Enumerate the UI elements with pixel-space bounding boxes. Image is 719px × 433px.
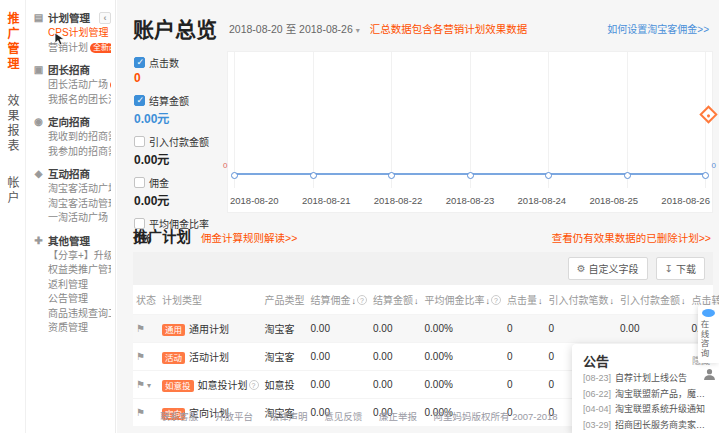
sidebar-item-marketing-plan[interactable]: 营销计划全新改版 [33, 41, 111, 56]
col-status[interactable]: 状态 [133, 285, 159, 315]
checkbox-checked-icon[interactable] [134, 95, 145, 106]
sidebar-item-cps-plan[interactable]: CPS计划管理 [33, 26, 111, 41]
col-intro-amount[interactable]: 引入付款金额 [617, 285, 689, 315]
info-icon[interactable] [249, 380, 259, 390]
rail-item-reports[interactable]: 效果报表 [4, 94, 21, 154]
rail-item-promotion[interactable]: 推广管理 [4, 12, 21, 72]
col-intro-orders[interactable]: 引入付款笔数 [546, 285, 618, 315]
sidebar-group-title-interactive[interactable]: 互动招商 [33, 166, 111, 182]
sidebar-item-joined-requests[interactable]: 我参加的招商需求 [33, 145, 111, 160]
sidebar-item-notice-mgmt[interactable]: 公告管理 [33, 292, 111, 307]
chart-x-axis: 2018-08-20 2018-08-21 2018-08-22 2018-08… [230, 195, 710, 206]
sidebar-item-taoke-plaza[interactable]: 淘宝客活动广场 [33, 182, 111, 197]
sidebar-item-leader-plaza[interactable]: 团长活动广场新玩法 [33, 78, 111, 93]
sidebar-item-label: 一淘活动广场 [48, 211, 108, 226]
sidebar-item-qualification-mgmt[interactable]: 资质管理 [33, 321, 111, 336]
metric-value: 0.00元 [134, 191, 227, 208]
product-type: 如意投 [262, 371, 308, 399]
sort-down-icon[interactable] [537, 295, 543, 306]
metric-intro-payment: 引入付款金额 0.00元 [134, 134, 227, 167]
plan-name: 活动计划 [189, 352, 229, 363]
sort-down-icon[interactable] [680, 295, 686, 306]
trend-chart: 0 0 2018-08-20 2018-08-21 2018-08-22 201… [227, 51, 713, 213]
info-icon[interactable] [357, 295, 367, 305]
notice-text: 自荐计划上线公告 [615, 372, 687, 386]
deleted-plans-link[interactable]: 查看仍有效果数据的已删除计划>> [552, 230, 711, 245]
sidebar-item-received-requests[interactable]: 我收到的招商需求 [33, 130, 111, 145]
sidebar-group-title-leader[interactable]: 团长招商 [33, 62, 111, 78]
checkbox-icon[interactable] [134, 136, 145, 147]
sidebar-group-title-plan[interactable]: 计划管理 ‹ [33, 10, 111, 26]
info-icon[interactable] [491, 295, 501, 305]
metric-checkbox-row[interactable]: 佣金 [134, 175, 227, 190]
notice-item[interactable]: [03-29]招商团长服务商卖家设置教程 [583, 419, 710, 433]
commission-help-link[interactable]: 如何设置淘宝客佣金>> [607, 21, 709, 36]
sidebar-item-my-leader-activities[interactable]: 我报名的团长活动 [33, 93, 111, 108]
table-header-row: 状态 计划类型 产品类型 结算佣金 结算金额 平均佣金比率 点击量 引入付款笔数… [133, 285, 719, 315]
metric-checkbox-row[interactable]: 结算金额 [134, 93, 227, 108]
footer-link-report[interactable]: 廉正举报 [379, 411, 417, 422]
x-tick: 2018-08-23 [446, 195, 495, 206]
metric-checkbox-row[interactable]: 点击数 [134, 55, 227, 70]
chevron-down-icon[interactable]: ▾ [147, 381, 151, 390]
metric-checkbox-row[interactable]: 引入付款金额 [134, 134, 227, 149]
notice-popup: 公告 隐藏 [08-23]自荐计划上线公告 [06-22]淘宝联盟新产品，魔力投… [572, 344, 719, 433]
sort-down-icon[interactable] [351, 295, 357, 306]
sidebar-group-title-other[interactable]: 其他管理 [33, 233, 111, 249]
plan-status-icon[interactable]: ⚑ [136, 323, 145, 334]
col-avg-rate[interactable]: 平均佣金比率 [422, 285, 505, 315]
notice-item[interactable]: [06-22]淘宝联盟新产品，魔力投上线啦… [583, 388, 710, 402]
sidebar-item-label: 权益类推广管理 [48, 263, 111, 278]
x-tick: 2018-08-21 [302, 195, 351, 206]
notice-item[interactable]: [08-23]自荐计划上线公告 [583, 372, 710, 386]
sidebar-item-rebate-mgmt[interactable]: 返利管理 [33, 278, 111, 293]
sidebar-group-title-targeting[interactable]: 定向招商 [33, 114, 111, 130]
footer-link-feedback[interactable]: 意见反馈 [324, 411, 362, 422]
gear-icon [577, 263, 586, 274]
primary-nav-rail: 推广管理 效果报表 帐户 [0, 0, 26, 433]
footer-link-contact[interactable]: 联系客服 [160, 411, 198, 422]
plan-status-icon[interactable]: ⚑ [136, 351, 145, 362]
sidebar-item-rights-promo[interactable]: 权益类推广管理 [33, 263, 111, 278]
checkbox-icon[interactable] [134, 218, 145, 229]
sort-down-icon[interactable] [413, 295, 419, 306]
summary-note: 汇总数据包含各营销计划效果数据 [370, 21, 528, 36]
checkbox-icon[interactable] [134, 177, 145, 188]
sort-down-icon[interactable] [609, 295, 615, 306]
col-settle-amount[interactable]: 结算金额 [370, 285, 422, 315]
col-settle-commission[interactable]: 结算佣金 [308, 285, 371, 315]
sidebar-item-taoke-activity-mgmt[interactable]: 淘宝客活动管理 [33, 197, 111, 212]
sidebar-collapse-button[interactable]: ‹ [99, 12, 111, 24]
app-window: 推广管理 效果报表 帐户 计划管理 ‹ CPS计划管理 营销计划全新改版 团长招… [0, 0, 719, 433]
date-range-picker[interactable]: 2018-08-20 至 2018-08-26 ▾ [229, 21, 360, 36]
online-chat-widget[interactable]: 在线咨询 [698, 305, 719, 363]
commission-rule-link[interactable]: 佣金计算规则解读>> [201, 230, 297, 245]
group-title-label: 定向招商 [48, 114, 90, 130]
sidebar-item-violation-tool[interactable]: 商品违规查询工具 [33, 307, 111, 322]
sidebar-item-label: 资质管理 [48, 321, 88, 336]
product-type: 淘宝客 [262, 343, 308, 371]
new-version-badge: 全新改版 [90, 43, 111, 53]
sidebar-group-plan: 计划管理 ‹ CPS计划管理 营销计划全新改版 [33, 10, 111, 55]
col-product-type[interactable]: 产品类型 [262, 285, 308, 315]
metric-value: 0 [134, 71, 227, 85]
rail-item-account[interactable]: 帐户 [4, 176, 21, 206]
customize-fields-button[interactable]: 自定义字段 [568, 257, 648, 280]
footer-link-open-platform[interactable]: 开放平台 [215, 411, 253, 422]
sort-down-icon[interactable] [485, 295, 491, 306]
checkbox-checked-icon[interactable] [134, 57, 145, 68]
download-button[interactable]: 下载 [656, 257, 705, 280]
chat-widget-label: 在线咨询 [698, 320, 710, 358]
plan-status-icon[interactable]: ⚑ [136, 379, 145, 390]
sidebar-item-etao-plaza[interactable]: 一淘活动广场 [33, 211, 111, 226]
sidebar-item-share-upgrade[interactable]: 【分享+】升级管理 [33, 249, 111, 264]
customer-service-icon[interactable] [703, 367, 716, 385]
sidebar-item-label: 我参加的招商需求 [48, 145, 111, 160]
metric-label: 点击数 [149, 55, 179, 70]
col-plan-type[interactable]: 计划类型 [159, 285, 262, 315]
footer-link-legal[interactable]: 法律声明 [270, 411, 308, 422]
x-tick: 2018-08-22 [374, 195, 423, 206]
col-clicks[interactable]: 点击量 [504, 285, 546, 315]
plan-management-icon [33, 10, 44, 26]
notice-item[interactable]: [04-04]淘宝联盟系统升级通知 [583, 403, 710, 417]
